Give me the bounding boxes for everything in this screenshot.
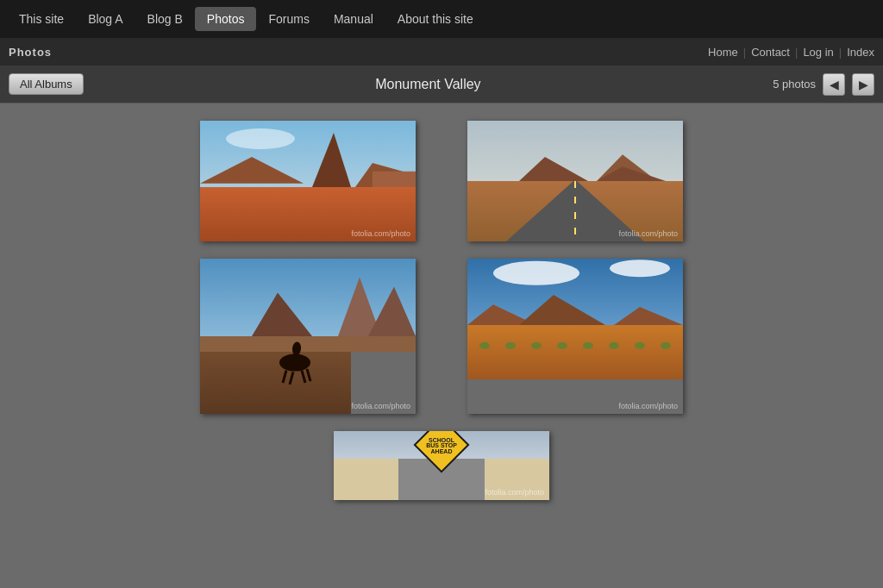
- photo-thumb-1[interactable]: fotolia.com/photo: [200, 121, 416, 241]
- photo-grid: fotolia.com/photo fotolia.com/photo foto…: [0, 103, 883, 517]
- nav-this-site[interactable]: This site: [7, 7, 76, 31]
- photos-count: 5 photos: [773, 78, 816, 91]
- photo-image-2: [467, 121, 683, 241]
- prev-button[interactable]: ◀: [823, 73, 845, 96]
- nav-manual[interactable]: Manual: [322, 7, 385, 31]
- photo-row-3: fotolia.com/photo: [34, 431, 849, 500]
- photo-image-3: [200, 259, 416, 414]
- photo-thumb-2[interactable]: fotolia.com/photo: [467, 121, 683, 241]
- all-albums-button[interactable]: All Albums: [9, 73, 84, 95]
- photo-image-4: [467, 259, 683, 379]
- photos-count-nav: 5 photos ◀ ▶: [773, 73, 874, 96]
- login-link[interactable]: Log in: [803, 46, 833, 59]
- photo-label-3: fotolia.com/photo: [351, 402, 410, 410]
- album-title: Monument Valley: [84, 77, 773, 92]
- index-link[interactable]: Index: [847, 46, 874, 59]
- next-button[interactable]: ▶: [852, 73, 874, 96]
- photo-label-1: fotolia.com/photo: [351, 229, 410, 238]
- sep1: |: [743, 46, 746, 59]
- photo-label-2: fotolia.com/photo: [618, 229, 678, 238]
- sep2: |: [795, 46, 798, 59]
- nav-blog-b[interactable]: Blog B: [135, 7, 195, 31]
- contact-link[interactable]: Contact: [751, 46, 790, 59]
- nav-photos[interactable]: Photos: [195, 7, 257, 31]
- photo-label-5: fotolia.com/photo: [485, 488, 544, 497]
- nav-forums[interactable]: Forums: [256, 7, 321, 31]
- home-link[interactable]: Home: [708, 46, 738, 59]
- nav-about[interactable]: About this site: [385, 7, 485, 31]
- photos-bar: All Albums Monument Valley 5 photos ◀ ▶: [0, 66, 883, 103]
- photo-image-1: [200, 121, 416, 241]
- photo-thumb-4[interactable]: fotolia.com/photo: [467, 259, 683, 414]
- photo-row-1: fotolia.com/photo fotolia.com/photo: [34, 121, 849, 241]
- sep3: |: [839, 46, 842, 59]
- header-links: Home | Contact | Log in | Index: [708, 46, 874, 59]
- section-title: Photos: [9, 46, 52, 59]
- photo-thumb-3[interactable]: fotolia.com/photo: [200, 259, 416, 414]
- photo-label-4: fotolia.com/photo: [618, 402, 678, 410]
- photo-thumb-5[interactable]: fotolia.com/photo: [334, 431, 549, 500]
- sub-header-bar: Photos Home | Contact | Log in | Index: [0, 38, 883, 66]
- nav-blog-a[interactable]: Blog A: [76, 7, 135, 31]
- top-navigation: This site Blog A Blog B Photos Forums Ma…: [0, 0, 883, 38]
- photo-row-2: fotolia.com/photo fotolia.com/photo: [34, 259, 849, 414]
